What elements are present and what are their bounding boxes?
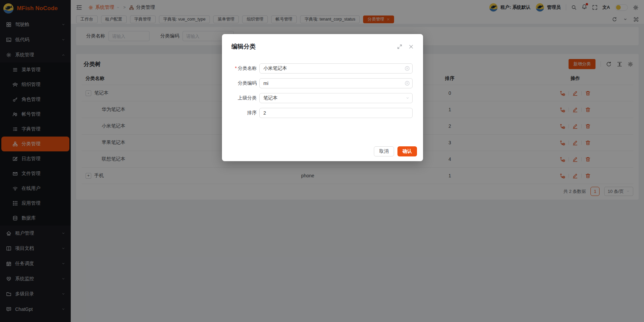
close-icon[interactable] (409, 44, 414, 49)
clear-input-icon[interactable] (405, 66, 410, 71)
field-label: 分类编码 (222, 80, 259, 86)
modal-title: 编辑分类 (231, 42, 256, 51)
field-label: 分类名称 (222, 65, 259, 71)
cancel-button[interactable]: 取消 (374, 146, 394, 156)
category-code-input[interactable] (259, 78, 413, 88)
maximize-icon[interactable] (397, 44, 402, 49)
form-row-sort: 排序 (222, 108, 423, 118)
form-row-category-code: 分类编码 (222, 78, 423, 88)
clear-input-icon[interactable] (405, 81, 410, 86)
category-name-input[interactable] (259, 63, 413, 74)
modal-form: 分类名称 分类编码 上级分类 排序 (222, 51, 423, 118)
parent-category-select[interactable] (259, 93, 413, 103)
form-row-parent-category: 上级分类 (222, 93, 423, 103)
modal-header: 编辑分类 (222, 34, 423, 51)
confirm-button[interactable]: 确认 (397, 146, 417, 156)
field-label: 排序 (222, 110, 259, 116)
sort-input[interactable] (259, 108, 413, 118)
chevron-down-icon (406, 96, 410, 100)
modal-footer: 取消 确认 (374, 146, 417, 156)
field-label: 上级分类 (222, 95, 259, 101)
edit-category-modal: 编辑分类 分类名称 分类编码 上级分类 (222, 34, 423, 161)
form-row-category-name: 分类名称 (222, 63, 423, 74)
